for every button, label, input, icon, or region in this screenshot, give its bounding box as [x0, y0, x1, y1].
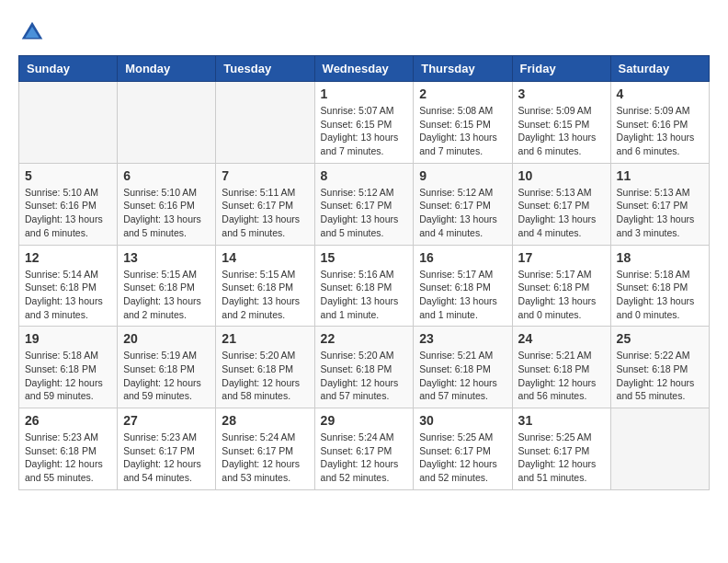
calendar-cell: 30Sunrise: 5:25 AM Sunset: 6:17 PM Dayli…	[414, 408, 512, 490]
day-info: Sunrise: 5:14 AM Sunset: 6:18 PM Dayligh…	[25, 268, 111, 322]
calendar-cell: 18Sunrise: 5:18 AM Sunset: 6:18 PM Dayli…	[610, 245, 709, 327]
calendar-cell: 29Sunrise: 5:24 AM Sunset: 6:17 PM Dayli…	[314, 408, 414, 490]
day-info: Sunrise: 5:18 AM Sunset: 6:18 PM Dayligh…	[25, 349, 111, 403]
day-number: 10	[518, 168, 605, 183]
day-number: 14	[222, 250, 308, 265]
calendar-cell: 10Sunrise: 5:13 AM Sunset: 6:17 PM Dayli…	[512, 163, 610, 245]
day-number: 6	[123, 168, 210, 183]
day-info: Sunrise: 5:25 AM Sunset: 6:17 PM Dayligh…	[518, 431, 605, 485]
day-info: Sunrise: 5:24 AM Sunset: 6:17 PM Dayligh…	[321, 431, 408, 485]
day-number: 2	[419, 86, 506, 101]
day-info: Sunrise: 5:21 AM Sunset: 6:18 PM Dayligh…	[518, 349, 605, 403]
calendar-cell: 28Sunrise: 5:24 AM Sunset: 6:17 PM Dayli…	[216, 408, 314, 490]
day-info: Sunrise: 5:10 AM Sunset: 6:16 PM Dayligh…	[25, 186, 111, 240]
calendar-cell: 11Sunrise: 5:13 AM Sunset: 6:17 PM Dayli…	[610, 163, 709, 245]
day-number: 25	[617, 331, 703, 346]
day-info: Sunrise: 5:21 AM Sunset: 6:18 PM Dayligh…	[419, 349, 506, 403]
day-number: 22	[321, 331, 408, 346]
day-info: Sunrise: 5:17 AM Sunset: 6:18 PM Dayligh…	[518, 268, 605, 322]
day-number: 28	[222, 413, 308, 428]
weekday-header-friday: Friday	[512, 56, 610, 82]
calendar-cell: 27Sunrise: 5:23 AM Sunset: 6:17 PM Dayli…	[118, 408, 216, 490]
day-number: 8	[321, 168, 408, 183]
day-number: 30	[419, 413, 506, 428]
calendar-cell: 14Sunrise: 5:15 AM Sunset: 6:18 PM Dayli…	[216, 245, 314, 327]
weekday-header-monday: Monday	[118, 56, 216, 82]
weekday-header-tuesday: Tuesday	[216, 56, 314, 82]
calendar-cell: 26Sunrise: 5:23 AM Sunset: 6:18 PM Dayli…	[19, 408, 118, 490]
day-number: 20	[123, 331, 210, 346]
day-info: Sunrise: 5:20 AM Sunset: 6:18 PM Dayligh…	[222, 349, 308, 403]
calendar-cell: 24Sunrise: 5:21 AM Sunset: 6:18 PM Dayli…	[512, 327, 610, 408]
weekday-header-thursday: Thursday	[414, 56, 512, 82]
day-info: Sunrise: 5:11 AM Sunset: 6:17 PM Dayligh…	[222, 186, 308, 240]
day-info: Sunrise: 5:23 AM Sunset: 6:18 PM Dayligh…	[25, 431, 111, 485]
day-number: 23	[419, 331, 506, 346]
day-number: 13	[123, 250, 210, 265]
day-number: 4	[617, 86, 703, 101]
day-number: 9	[419, 168, 506, 183]
weekday-header-sunday: Sunday	[19, 56, 118, 82]
calendar-cell	[216, 82, 314, 164]
calendar-cell: 21Sunrise: 5:20 AM Sunset: 6:18 PM Dayli…	[216, 327, 314, 408]
weekday-header-wednesday: Wednesday	[314, 56, 414, 82]
day-info: Sunrise: 5:13 AM Sunset: 6:17 PM Dayligh…	[518, 186, 605, 240]
calendar-cell: 1Sunrise: 5:07 AM Sunset: 6:15 PM Daylig…	[314, 82, 414, 164]
logo-icon	[18, 18, 46, 46]
calendar-cell: 8Sunrise: 5:12 AM Sunset: 6:17 PM Daylig…	[314, 163, 414, 245]
day-info: Sunrise: 5:13 AM Sunset: 6:17 PM Dayligh…	[617, 186, 703, 240]
weekday-header-row: SundayMondayTuesdayWednesdayThursdayFrid…	[19, 56, 710, 82]
calendar-cell: 12Sunrise: 5:14 AM Sunset: 6:18 PM Dayli…	[19, 245, 118, 327]
day-number: 17	[518, 250, 605, 265]
calendar-cell	[19, 82, 118, 164]
calendar-cell: 22Sunrise: 5:20 AM Sunset: 6:18 PM Dayli…	[314, 327, 414, 408]
day-number: 3	[518, 86, 605, 101]
day-number: 7	[222, 168, 308, 183]
day-info: Sunrise: 5:15 AM Sunset: 6:18 PM Dayligh…	[222, 268, 308, 322]
calendar-cell: 31Sunrise: 5:25 AM Sunset: 6:17 PM Dayli…	[512, 408, 610, 490]
day-number: 26	[25, 413, 111, 428]
day-info: Sunrise: 5:20 AM Sunset: 6:18 PM Dayligh…	[321, 349, 408, 403]
calendar-cell: 7Sunrise: 5:11 AM Sunset: 6:17 PM Daylig…	[216, 163, 314, 245]
day-info: Sunrise: 5:09 AM Sunset: 6:16 PM Dayligh…	[617, 104, 703, 158]
day-info: Sunrise: 5:12 AM Sunset: 6:17 PM Dayligh…	[321, 186, 408, 240]
day-number: 21	[222, 331, 308, 346]
page-header	[18, 18, 710, 46]
day-info: Sunrise: 5:25 AM Sunset: 6:17 PM Dayligh…	[419, 431, 506, 485]
day-info: Sunrise: 5:22 AM Sunset: 6:18 PM Dayligh…	[617, 349, 703, 403]
day-info: Sunrise: 5:15 AM Sunset: 6:18 PM Dayligh…	[123, 268, 210, 322]
day-number: 29	[321, 413, 408, 428]
calendar-body: 1Sunrise: 5:07 AM Sunset: 6:15 PM Daylig…	[19, 82, 710, 490]
logo	[18, 18, 50, 46]
calendar-cell: 23Sunrise: 5:21 AM Sunset: 6:18 PM Dayli…	[414, 327, 512, 408]
day-number: 11	[617, 168, 703, 183]
calendar-week-3: 12Sunrise: 5:14 AM Sunset: 6:18 PM Dayli…	[19, 245, 710, 327]
calendar-cell	[610, 408, 709, 490]
day-number: 12	[25, 250, 111, 265]
calendar-cell: 2Sunrise: 5:08 AM Sunset: 6:15 PM Daylig…	[414, 82, 512, 164]
calendar-week-5: 26Sunrise: 5:23 AM Sunset: 6:18 PM Dayli…	[19, 408, 710, 490]
day-info: Sunrise: 5:17 AM Sunset: 6:18 PM Dayligh…	[419, 268, 506, 322]
day-number: 5	[25, 168, 111, 183]
calendar-cell: 17Sunrise: 5:17 AM Sunset: 6:18 PM Dayli…	[512, 245, 610, 327]
calendar-cell: 25Sunrise: 5:22 AM Sunset: 6:18 PM Dayli…	[610, 327, 709, 408]
day-number: 24	[518, 331, 605, 346]
calendar-cell: 15Sunrise: 5:16 AM Sunset: 6:18 PM Dayli…	[314, 245, 414, 327]
day-number: 1	[321, 86, 408, 101]
day-info: Sunrise: 5:10 AM Sunset: 6:16 PM Dayligh…	[123, 186, 210, 240]
calendar-week-2: 5Sunrise: 5:10 AM Sunset: 6:16 PM Daylig…	[19, 163, 710, 245]
calendar-week-4: 19Sunrise: 5:18 AM Sunset: 6:18 PM Dayli…	[19, 327, 710, 408]
day-info: Sunrise: 5:23 AM Sunset: 6:17 PM Dayligh…	[123, 431, 210, 485]
day-info: Sunrise: 5:24 AM Sunset: 6:17 PM Dayligh…	[222, 431, 308, 485]
day-number: 16	[419, 250, 506, 265]
day-number: 18	[617, 250, 703, 265]
day-number: 27	[123, 413, 210, 428]
calendar-cell: 5Sunrise: 5:10 AM Sunset: 6:16 PM Daylig…	[19, 163, 118, 245]
day-number: 19	[25, 331, 111, 346]
calendar-cell	[118, 82, 216, 164]
calendar-week-1: 1Sunrise: 5:07 AM Sunset: 6:15 PM Daylig…	[19, 82, 710, 164]
day-info: Sunrise: 5:07 AM Sunset: 6:15 PM Dayligh…	[321, 104, 408, 158]
weekday-header-saturday: Saturday	[610, 56, 709, 82]
calendar-table: SundayMondayTuesdayWednesdayThursdayFrid…	[18, 55, 710, 490]
day-info: Sunrise: 5:09 AM Sunset: 6:15 PM Dayligh…	[518, 104, 605, 158]
